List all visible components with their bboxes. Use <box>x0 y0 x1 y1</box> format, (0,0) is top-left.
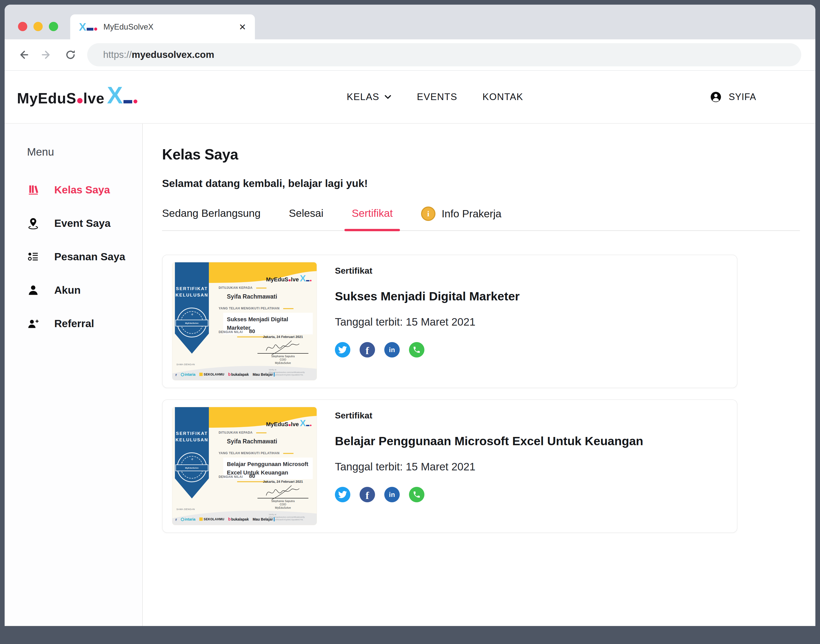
url-bar[interactable]: https://myedusolvex.com <box>87 43 801 66</box>
url-domain: myedusolvex.com <box>132 49 214 60</box>
url-scheme: https:// <box>103 49 132 60</box>
cert-signature-block: Jakarta, 24 Februari 2021 Stephania Sapu… <box>253 480 313 509</box>
cert-verify-text: Verify at https://myedusolve.com/certifi… <box>269 513 313 521</box>
nav-item-kontak[interactable]: KONTAK <box>483 92 523 102</box>
order-list-icon <box>27 250 39 263</box>
tab-label: Info Prakerja <box>441 207 501 221</box>
tab-close-icon[interactable]: ✕ <box>239 22 247 32</box>
certificate-seal: » MyEduSolve <box>177 308 207 337</box>
browser-toolbar: https://myedusolvex.com <box>5 39 815 71</box>
window-zoom-button[interactable] <box>49 22 58 31</box>
reload-icon[interactable] <box>64 48 77 62</box>
sidebar: Menu Kelas Saya <box>5 124 143 626</box>
card-details: Sertifikat Sukses Menjadi Digital Market… <box>335 262 520 380</box>
partner-bukalapak-logo: bbukalapak <box>228 517 249 521</box>
logo-dot-icon <box>77 98 83 103</box>
cert-partner-logos: r intaria SEKOLAHMU bbukalapak Mau Belaj… <box>175 372 275 377</box>
card-title: Sukses Menjadi Digital Marketer <box>335 288 520 304</box>
cert-signer-name: Stephania Saputra <box>253 500 313 503</box>
share-twitter-icon[interactable] <box>335 487 350 502</box>
cert-place-date: Jakarta, 24 Februari 2021 <box>253 480 313 483</box>
tab-sedang-berlangsung[interactable]: Sedang Berlangsung <box>162 207 261 220</box>
info-icon: i <box>421 207 435 221</box>
window-close-button[interactable] <box>18 22 27 31</box>
top-nav: KELAS EVENTS KONTAK <box>347 92 523 102</box>
bukalapak-icon: b <box>228 372 231 377</box>
share-facebook-icon[interactable]: f <box>360 342 375 357</box>
certificate-ribbon: SERTIFIKAT KELULUSAN » MyEduSolve <box>175 262 209 354</box>
tab-bar: Sedang Berlangsung Selesai Sertifikat i … <box>162 207 800 231</box>
cert-partner-logos: r intaria SEKOLAHMU bbukalapak Mau Belaj… <box>175 517 275 521</box>
share-linkedin-icon[interactable]: in <box>384 487 400 502</box>
chevron-down-icon <box>384 94 392 100</box>
tab-sertifikat[interactable]: Sertifikat <box>352 207 393 220</box>
certificate-card: MyEduSlve X SERTIFIKAT KELULUSAN » <box>162 399 737 533</box>
main-content: Kelas Saya Selamat datang kembali, belaj… <box>143 124 815 626</box>
signature-icon <box>261 484 305 500</box>
certificate-brand-logo: MyEduSlve X <box>266 418 311 428</box>
share-twitter-icon[interactable] <box>335 342 350 357</box>
location-pin-icon <box>27 217 39 229</box>
cert-course-label: YANG TELAH MENGIKUTI PELATIHAN <box>219 307 293 310</box>
tab-label: Selesai <box>289 207 323 220</box>
nav-item-kelas[interactable]: KELAS <box>347 92 392 102</box>
page-body: Menu Kelas Saya <box>5 124 815 626</box>
sidebar-title: Menu <box>27 146 142 158</box>
cert-signature-block: Jakarta, 24 Februari 2021 Stephania Sapu… <box>253 335 313 365</box>
card-label: Sertifikat <box>335 411 643 420</box>
site-header: MyEduSlve X KELAS EVENTS KONTAK SYIFA <box>5 71 815 124</box>
cert-partners-label: SAMA DENGAN <box>176 363 195 366</box>
sidebar-item-kelas-saya[interactable]: Kelas Saya <box>27 182 142 198</box>
sidebar-item-referral[interactable]: Referral <box>27 316 142 331</box>
certificate-ribbon-text: SERTIFIKAT KELULUSAN <box>175 285 209 298</box>
browser-tabstrip: X MyEduSolveX ✕ <box>5 5 815 39</box>
share-facebook-icon[interactable]: f <box>360 487 375 502</box>
share-whatsapp-icon[interactable] <box>409 342 425 357</box>
back-icon[interactable] <box>16 48 30 62</box>
forward-icon[interactable] <box>40 48 54 62</box>
card-details: Sertifikat Belajar Penggunaan Microsoft … <box>335 407 643 525</box>
certificate-thumbnail[interactable]: MyEduSlve X SERTIFIKAT KELULUSAN » <box>172 407 317 525</box>
cert-to-label: DITUJUKAN KEPADA <box>219 286 267 290</box>
cert-signer-org: MyEduSolve <box>253 506 313 509</box>
partner-bukalapak-logo: bbukalapak <box>228 372 249 377</box>
sidebar-item-pesanan-saya[interactable]: Pesanan Saya <box>27 249 142 265</box>
certificate-ribbon: SERTIFIKAT KELULUSAN » MyEduSolve <box>175 407 209 498</box>
logo-x: X <box>107 87 123 103</box>
share-whatsapp-icon[interactable] <box>409 487 425 502</box>
partner-pintaria-logo: intaria <box>181 517 196 521</box>
person-icon <box>27 284 39 296</box>
share-buttons: f in <box>335 487 643 502</box>
tab-info-prakerja[interactable]: i Info Prakerja <box>421 207 501 221</box>
window-minimize-button[interactable] <box>34 22 43 31</box>
bukalapak-icon: b <box>228 517 231 521</box>
certificate-thumbnail[interactable]: MyEduSlve X SERTIFIKAT KELULUSAN » <box>172 262 317 380</box>
tab-label: Sedang Berlangsung <box>162 207 261 220</box>
partner-fragment: r <box>175 517 177 521</box>
sidebar-menu: Kelas Saya Event Saya <box>27 182 142 331</box>
cert-course-label: YANG TELAH MENGIKUTI PELATIHAN <box>219 451 293 455</box>
nav-item-events[interactable]: EVENTS <box>417 92 457 102</box>
logo-period-icon <box>133 100 137 103</box>
sidebar-item-akun[interactable]: Akun <box>27 282 142 298</box>
cert-recipient: Syifa Rachmawati <box>227 293 277 300</box>
browser-window: X MyEduSolveX ✕ https://myedusolvex.com <box>5 5 815 626</box>
card-issue-date: Tanggal terbit: 15 Maret 2021 <box>335 316 520 328</box>
nav-item-label: KONTAK <box>483 92 523 102</box>
certificate-seal: » MyEduSolve <box>177 452 207 482</box>
signature-icon <box>261 339 305 355</box>
sidebar-item-event-saya[interactable]: Event Saya <box>27 215 142 231</box>
tab-title: MyEduSolveX <box>103 22 153 32</box>
cert-signer-role: COO <box>253 358 313 361</box>
logo-text: lve <box>83 90 104 107</box>
user-menu[interactable]: SYIFA <box>710 91 756 103</box>
browser-tab[interactable]: X MyEduSolveX ✕ <box>70 14 255 39</box>
certificate-card: MyEduSlve X SERTIFIKAT KELULUSAN » <box>162 255 737 388</box>
tab-selesai[interactable]: Selesai <box>289 207 323 220</box>
nav-item-label: KELAS <box>347 92 379 102</box>
site-logo[interactable]: MyEduSlve X <box>17 87 137 107</box>
partner-pintaria-logo: intaria <box>181 373 196 377</box>
library-books-icon <box>27 184 39 196</box>
page-title: Kelas Saya <box>162 146 815 163</box>
share-linkedin-icon[interactable]: in <box>384 342 400 357</box>
